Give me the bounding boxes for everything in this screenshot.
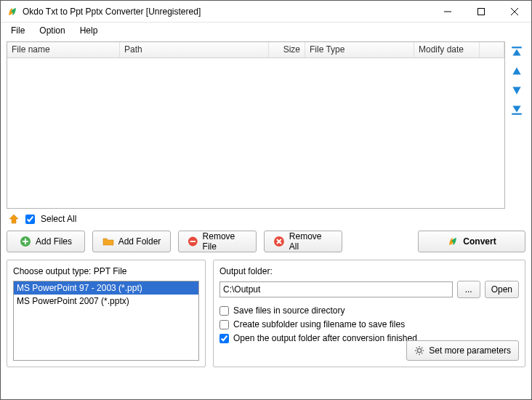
output-folder-panel: Output folder: ... Open Save files in so… bbox=[213, 260, 525, 367]
plus-icon bbox=[20, 236, 31, 247]
move-bottom-button[interactable] bbox=[510, 103, 523, 116]
remove-all-icon bbox=[273, 236, 285, 247]
more-params-label: Set more parameters bbox=[429, 345, 511, 356]
remove-file-label: Remove File bbox=[203, 231, 247, 252]
table-header: File name Path Size File Type Modify dat… bbox=[7, 42, 504, 58]
window-controls bbox=[431, 1, 531, 23]
col-modify[interactable]: Modify date bbox=[414, 42, 480, 57]
output-type-panel: Choose output type: PPT File MS PowerPoi… bbox=[7, 260, 206, 367]
col-empty bbox=[480, 42, 504, 57]
output-type-option-ppt[interactable]: MS PowerPoint 97 - 2003 (*.ppt) bbox=[14, 281, 198, 295]
file-list-table[interactable]: File name Path Size File Type Modify dat… bbox=[7, 41, 505, 209]
output-folder-label: Output folder: bbox=[219, 266, 519, 276]
add-files-label: Add Files bbox=[36, 236, 72, 247]
save-in-source-checkbox[interactable] bbox=[219, 306, 229, 316]
create-subfolder-label: Create subfolder using filename to save … bbox=[233, 319, 405, 329]
svg-line-19 bbox=[416, 348, 417, 348]
minus-icon bbox=[188, 236, 198, 247]
svg-line-20 bbox=[422, 353, 422, 353]
minimize-button[interactable] bbox=[431, 1, 464, 23]
output-type-option-pptx[interactable]: MS PowerPoint 2007 (*.pptx) bbox=[14, 295, 198, 308]
svg-point-14 bbox=[418, 348, 422, 352]
close-button[interactable] bbox=[498, 1, 531, 23]
maximize-button[interactable] bbox=[464, 1, 498, 23]
svg-rect-1 bbox=[478, 8, 485, 15]
remove-all-button[interactable]: Remove All bbox=[264, 231, 342, 252]
remove-file-button[interactable]: Remove File bbox=[178, 231, 257, 252]
add-files-button[interactable]: Add Files bbox=[7, 231, 85, 252]
col-size[interactable]: Size bbox=[269, 42, 305, 57]
add-folder-label: Add Folder bbox=[118, 236, 161, 247]
col-filename[interactable]: File name bbox=[7, 42, 120, 57]
open-after-checkbox[interactable] bbox=[219, 334, 229, 343]
add-folder-button[interactable]: Add Folder bbox=[92, 231, 171, 252]
col-path[interactable]: Path bbox=[120, 42, 269, 57]
create-subfolder-checkbox[interactable] bbox=[219, 320, 229, 329]
save-in-source-label: Save files in source directory bbox=[233, 305, 344, 316]
titlebar: Okdo Txt to Ppt Pptx Converter [Unregist… bbox=[1, 1, 531, 23]
open-folder-button[interactable]: Open bbox=[485, 281, 519, 298]
move-top-button[interactable] bbox=[510, 46, 523, 59]
window-title: Okdo Txt to Ppt Pptx Converter [Unregist… bbox=[23, 7, 431, 17]
menu-file[interactable]: File bbox=[5, 24, 31, 37]
output-type-listbox[interactable]: MS PowerPoint 97 - 2003 (*.ppt) MS Power… bbox=[13, 281, 199, 361]
gear-icon bbox=[414, 345, 424, 356]
convert-label: Convert bbox=[463, 236, 496, 247]
set-more-parameters-button[interactable]: Set more parameters bbox=[406, 340, 519, 361]
output-folder-input[interactable] bbox=[219, 281, 453, 297]
up-folder-icon[interactable] bbox=[8, 213, 20, 225]
select-all-checkbox[interactable] bbox=[25, 215, 35, 224]
output-type-label: Choose output type: PPT File bbox=[13, 266, 199, 276]
col-filetype[interactable]: File Type bbox=[305, 42, 414, 57]
select-all-label: Select All bbox=[41, 214, 76, 224]
svg-line-22 bbox=[422, 348, 422, 348]
browse-button[interactable]: ... bbox=[457, 281, 480, 298]
svg-line-21 bbox=[416, 353, 417, 353]
action-toolbar: Add Files Add Folder Remove File Remove … bbox=[7, 231, 525, 252]
menu-help[interactable]: Help bbox=[74, 24, 104, 37]
move-up-button[interactable] bbox=[510, 65, 523, 78]
open-after-label: Open the output folder after conversion … bbox=[233, 333, 417, 343]
move-down-button[interactable] bbox=[510, 84, 523, 97]
select-all-row: Select All bbox=[7, 209, 525, 231]
convert-icon bbox=[447, 236, 459, 247]
folder-icon bbox=[102, 236, 114, 247]
convert-button[interactable]: Convert bbox=[418, 231, 525, 252]
remove-all-label: Remove All bbox=[289, 231, 333, 252]
menubar: File Option Help bbox=[1, 23, 531, 39]
menu-option[interactable]: Option bbox=[33, 24, 70, 37]
app-icon bbox=[7, 6, 18, 17]
reorder-toolbar bbox=[508, 41, 525, 209]
